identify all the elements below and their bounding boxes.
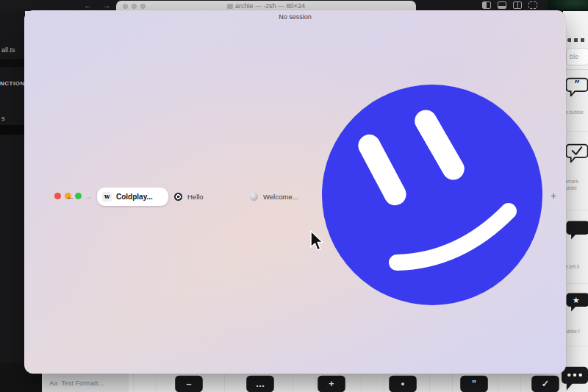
bubble-symbol-icon[interactable]: – bbox=[173, 374, 205, 392]
bubble-symbol-icon[interactable]: … bbox=[244, 374, 276, 392]
text-format-icon: Aa bbox=[49, 379, 58, 387]
nav-back-button[interactable]: ← bbox=[65, 190, 76, 202]
terminal-document-icon bbox=[227, 4, 233, 9]
svg-text:•: • bbox=[401, 379, 404, 389]
tab-hello[interactable]: Hello bbox=[174, 190, 204, 202]
search-input[interactable]: ble bbox=[566, 48, 588, 65]
bubble-symbol-icon[interactable]: • bbox=[387, 374, 419, 392]
code-editor-window: all.ts NCTION s bbox=[0, 0, 25, 392]
segmented-control-fragment[interactable] bbox=[567, 38, 587, 42]
quote-bubble-icon[interactable]: ” bbox=[565, 77, 588, 97]
editor-divider bbox=[0, 59, 25, 67]
window-layout-controls[interactable] bbox=[482, 1, 537, 9]
terminal-window-title: archie — -zsh — 80×24 bbox=[116, 1, 416, 11]
tab-label: Hello bbox=[187, 193, 204, 201]
svg-text:…: … bbox=[256, 379, 265, 389]
svg-text:”: ” bbox=[574, 79, 580, 90]
back-arrow-icon[interactable]: ← bbox=[84, 0, 92, 11]
symbol-name-label: ubble bbox=[565, 185, 588, 191]
bubble-symbol-icon[interactable]: + bbox=[315, 374, 348, 392]
tab-label: Coldplay... bbox=[116, 193, 153, 201]
bubble-symbol-icon[interactable]: ✓ bbox=[529, 374, 562, 392]
sidebar-item-label: Text Formatt... bbox=[62, 379, 104, 387]
sidebar-toggle-icon[interactable] bbox=[482, 1, 491, 9]
editor-file-label[interactable]: all.ts bbox=[0, 46, 25, 54]
grid-separator bbox=[563, 346, 588, 346]
editor-item-label[interactable]: s bbox=[0, 115, 25, 122]
checkmark-bubble-icon[interactable] bbox=[565, 143, 588, 163]
tab-welcome[interactable]: Welcome... bbox=[250, 190, 298, 202]
forward-arrow-icon[interactable]: → bbox=[103, 0, 111, 11]
symbol-name-label: e.left.fi bbox=[565, 263, 588, 270]
bottom-panel-icon[interactable] bbox=[498, 1, 506, 9]
grid-separator bbox=[563, 283, 588, 284]
editor-section-label: NCTION bbox=[0, 80, 25, 87]
close-button[interactable] bbox=[54, 193, 61, 199]
layout-grid-icon[interactable] bbox=[528, 1, 537, 9]
symbol-name-label: kmark. bbox=[565, 178, 588, 185]
session-status-label: No session bbox=[24, 13, 566, 21]
browser-window: No session ← → w Coldplay... Hello Welco… bbox=[24, 10, 566, 374]
svg-text:”: ” bbox=[472, 379, 476, 389]
smiley-face-graphic bbox=[315, 76, 557, 319]
tab-label: Welcome... bbox=[263, 193, 298, 201]
bubble-left-fill-icon[interactable] bbox=[565, 219, 588, 241]
grid-separator bbox=[563, 131, 588, 132]
sidebar-item-text-formatting[interactable]: Aa Text Formatt... bbox=[42, 374, 129, 392]
globe-favicon bbox=[250, 193, 258, 201]
svg-text:✓: ✓ bbox=[542, 379, 550, 389]
grid-separator bbox=[563, 210, 588, 210]
star-bubble-fill-icon[interactable]: ★ bbox=[565, 291, 588, 313]
svg-text:+: + bbox=[329, 379, 334, 389]
svg-text:★: ★ bbox=[573, 296, 580, 304]
terminal-titlebar[interactable]: archie — -zsh — 80×24 bbox=[116, 1, 416, 11]
symbol-name-label: ubble.f bbox=[565, 328, 588, 335]
symbols-app-right-column: ble ” e.bubble kmark. ubble e.left.fi ★ … bbox=[563, 11, 588, 392]
ring-favicon bbox=[174, 193, 182, 201]
w-favicon: w bbox=[102, 192, 112, 202]
tab-coldplay[interactable]: w Coldplay... bbox=[97, 188, 168, 206]
svg-text:–: – bbox=[187, 379, 192, 389]
bubble-symbol-icon[interactable]: ” bbox=[458, 374, 490, 392]
symbol-name-label: e.bubble bbox=[565, 109, 588, 115]
symbols-grid-bottom-row: Aa Text Formatt... – … + • ” ✓ bbox=[42, 374, 588, 392]
split-view-icon[interactable] bbox=[513, 1, 522, 9]
mouse-cursor bbox=[309, 229, 325, 253]
nav-forward-button[interactable]: → bbox=[82, 190, 94, 202]
editor-selected-row[interactable] bbox=[0, 125, 25, 135]
symbols-toolbar: ble bbox=[563, 11, 588, 70]
